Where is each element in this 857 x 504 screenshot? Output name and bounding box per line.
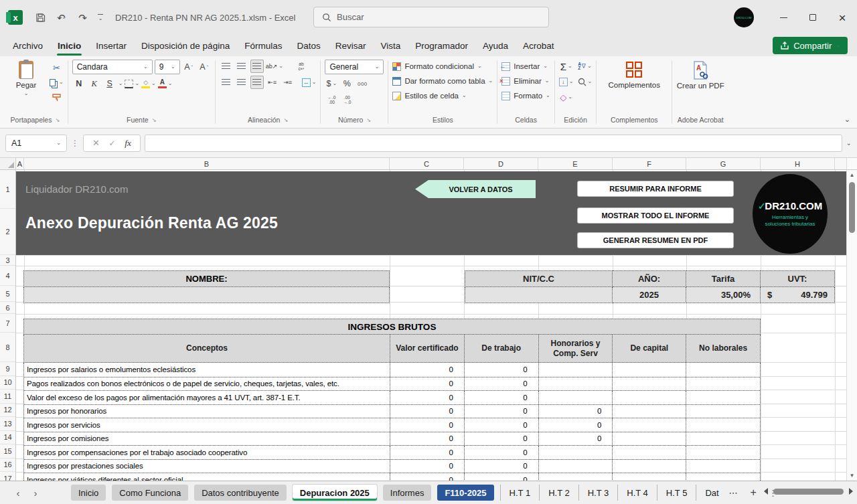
merge-center-button[interactable]: ↔⌄ [302,76,317,89]
row-header-1[interactable]: 1 [0,170,15,209]
fuente-dialog-launcher[interactable]: ↘ [152,117,157,123]
value-cell[interactable] [538,473,613,481]
menu-tab-f-rmulas[interactable]: Fórmulas [237,37,289,55]
currency-format-button[interactable]: $⌄ [325,77,338,90]
percent-format-button[interactable]: % [340,77,354,90]
font-name-combo[interactable]: Candara⌄ [72,60,153,74]
scroll-right-icon[interactable] [849,488,853,495]
column-header-h[interactable]: H [761,158,835,169]
value-cell[interactable]: 0 [390,446,464,459]
portapapeles-dialog-launcher[interactable]: ↘ [55,117,60,123]
sheet-tab-h-t-5[interactable]: H.T 5 [657,485,696,501]
insert-function-button[interactable]: fx [125,138,131,149]
decrease-font-button[interactable]: Aˇ [198,60,211,74]
align-bottom-button[interactable] [250,60,264,73]
nombre-value-cell[interactable] [23,287,390,303]
value-cell[interactable]: 0 [390,391,464,404]
value-cell[interactable]: 0 [464,446,538,459]
value-cell[interactable] [612,363,686,377]
concept-cell[interactable]: Ingresos por compensaciones por el traba… [24,446,390,459]
value-cell[interactable]: 0 [538,418,613,432]
value-cell[interactable] [538,391,613,404]
sheet-tab-h-t-4[interactable]: H.T 4 [617,485,657,501]
collapse-ribbon-button[interactable]: ⌄ [844,115,850,124]
nit-value-cell[interactable] [465,287,613,303]
row-header-15[interactable]: 15 [0,444,15,458]
customize-qat-button[interactable]: ⌄ [98,14,103,21]
value-cell[interactable] [612,460,686,473]
cancel-entry-icon[interactable]: ✕ [92,138,100,148]
value-cell[interactable] [538,377,613,391]
concept-cell[interactable]: Ingresos por honorarios [24,405,390,418]
delete-cells-button[interactable]: ×Eliminar⌄ [501,74,549,88]
increase-decimal-button[interactable]: ←.0.00 [325,93,338,106]
sheet-tab-depuracion-2025[interactable]: Depuracion 2025 [293,485,377,501]
column-header-e[interactable]: E [538,158,613,169]
format-painter-button[interactable] [50,90,64,104]
value-cell[interactable]: 0 [390,473,464,481]
select-all-corner[interactable] [0,158,16,169]
sheet-tab-h-t-2[interactable]: H.T 2 [539,485,578,501]
column-header-g[interactable]: G [686,158,761,169]
ingresos-title-cell[interactable]: INGRESOS BRUTOS [23,319,761,335]
row-header-17[interactable]: 17 [0,472,15,481]
name-box[interactable]: A1⌄ [5,135,67,152]
ano-value-cell[interactable]: 2025 [613,287,686,303]
row-header-14[interactable]: 14 [0,431,15,445]
menu-tab-acrobat[interactable]: Acrobat [516,37,562,55]
column-header-b[interactable]: B [24,158,390,169]
vertical-scrollbar[interactable]: ▲ ▼ [846,170,857,481]
share-button[interactable]: Compartir ⌄ [773,37,848,54]
menu-tab-disposici-n-de-p-gina[interactable]: Disposición de página [134,37,237,55]
row-header-16[interactable]: 16 [0,458,15,473]
sort-filter-button[interactable]: AZ∇⌄ [578,60,593,73]
fill-button[interactable]: ↓⌄ [559,75,574,88]
scroll-left-icon[interactable] [764,488,768,495]
sheet-tab-datos-contribuyente[interactable]: Datos contribuyente [194,485,287,501]
tarifa-value-cell[interactable]: 35,00% [686,287,761,303]
wrap-text-button[interactable]: abc↩ [295,60,308,73]
prev-sheet-icon[interactable]: ‹ [9,487,27,499]
column-header-f[interactable]: F [613,158,686,169]
volver-a-datos-button[interactable]: VOLVER A DATOS [415,180,536,198]
value-cell[interactable]: 0 [390,418,464,432]
row-header-5[interactable]: 5 [0,286,15,302]
horizontal-scrollbar[interactable] [764,488,853,495]
menu-tab-revisar[interactable]: Revisar [328,37,374,55]
column-header-d[interactable]: D [464,158,538,169]
sheet-tab-como-funciona[interactable]: Como Funciona [112,485,188,501]
value-cell[interactable]: 0 [464,460,538,473]
decrease-decimal-button[interactable]: .00→.0 [340,93,354,106]
value-cell[interactable] [686,405,760,418]
paste-button[interactable]: Pegar ⌄ [7,60,46,96]
value-cell[interactable]: 0 [464,432,538,446]
value-cell[interactable] [612,473,686,481]
row-header-4[interactable]: 4 [0,266,15,286]
bold-button[interactable]: N [72,77,86,90]
format-cells-button[interactable]: Formato⌄ [501,89,550,102]
cell-styles-button[interactable]: Estilos de celda⌄ [392,89,466,102]
expand-formula-bar-icon[interactable]: ⌄ [846,139,852,147]
menu-tab-inicio[interactable]: Inicio [50,37,88,55]
value-cell[interactable]: 0 [538,432,613,446]
uvt-label-cell[interactable]: UVT: [761,270,835,287]
font-color-button[interactable]: A⌄ [158,77,173,90]
decrease-indent-button[interactable]: ⇤≡ [266,76,279,89]
align-left-button[interactable] [220,76,233,89]
value-cell[interactable] [612,446,686,459]
close-button[interactable]: × [828,0,857,35]
resumir-para-informe-button[interactable]: RESUMIR PARA INFORME [577,181,734,197]
value-cell[interactable]: 0 [390,363,464,377]
sheet-tab-informes[interactable]: Informes [383,485,432,501]
column-header-a[interactable]: A [16,158,24,169]
concept-cell[interactable]: Ingresos por salarios o emolumentos ecle… [24,363,390,377]
concept-cell[interactable]: Ingresos por prestaciones sociales [24,460,390,473]
tab-overflow-ellipsis[interactable]: ⋯ [729,488,738,498]
uvt-value-cell[interactable]: $ 49.799 [761,287,835,303]
scroll-down-icon[interactable]: ▼ [847,473,857,479]
copy-button[interactable]: ⌄ [50,76,64,89]
row-header-6[interactable]: 6 [0,302,15,314]
value-cell[interactable] [538,460,613,473]
ano-label-cell[interactable]: AÑO: [613,270,686,287]
value-cell[interactable]: 0 [464,377,538,391]
